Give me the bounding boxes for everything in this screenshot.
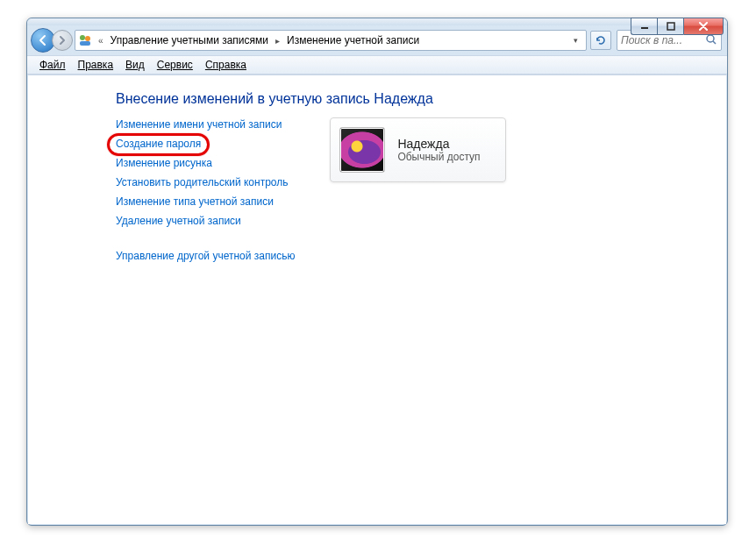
breadcrumb: « Управление учетными записями ▸ Изменен… [96, 32, 423, 48]
menu-edit[interactable]: Правка [73, 57, 119, 73]
menu-help[interactable]: Справка [200, 57, 252, 73]
content-area: Внесение изменений в учетную запись Наде… [28, 74, 726, 524]
account-info: Надежда Обычный доступ [397, 137, 480, 163]
link-change-type[interactable]: Изменение типа учетной записи [116, 195, 274, 209]
page-title: Внесение изменений в учетную запись Наде… [116, 91, 700, 107]
address-bar[interactable]: « Управление учетными записями ▸ Изменен… [75, 30, 587, 51]
account-type: Обычный доступ [397, 151, 480, 163]
search-icon [705, 33, 717, 48]
forward-button[interactable] [52, 30, 73, 51]
minimize-button[interactable] [631, 18, 657, 35]
svg-rect-1 [667, 23, 674, 30]
nav-buttons [31, 28, 73, 53]
avatar [339, 127, 385, 173]
menu-bar: Файл Правка Вид Сервис Справка [27, 55, 727, 74]
control-panel-window: « Управление учетными записями ▸ Изменен… [26, 18, 728, 526]
breadcrumb-prefix: « [96, 36, 105, 46]
task-link-column: Изменение имени учетной записи Создание … [116, 117, 295, 263]
account-card: Надежда Обычный доступ [330, 117, 505, 182]
link-delete-account[interactable]: Удаление учетной записи [116, 214, 241, 228]
user-accounts-icon [77, 32, 93, 48]
svg-point-3 [85, 36, 90, 41]
search-input[interactable] [621, 34, 705, 46]
chevron-right-icon: ▸ [274, 36, 282, 46]
svg-rect-0 [641, 27, 648, 29]
link-change-picture[interactable]: Изменение рисунка [116, 156, 212, 170]
navigation-row: « Управление учетными записями ▸ Изменен… [27, 25, 727, 55]
refresh-button[interactable] [590, 31, 611, 50]
window-controls [631, 18, 724, 35]
svg-point-5 [707, 35, 714, 42]
close-button[interactable] [683, 18, 724, 35]
svg-rect-4 [80, 41, 90, 46]
maximize-button[interactable] [657, 18, 683, 35]
titlebar[interactable] [27, 18, 727, 25]
svg-point-2 [80, 35, 85, 40]
breadcrumb-item-manage[interactable]: Управление учетными записями [107, 32, 272, 48]
link-manage-other[interactable]: Управление другой учетной записью [116, 249, 295, 263]
account-name: Надежда [397, 137, 480, 151]
link-create-password[interactable]: Создание пароля [116, 137, 201, 151]
address-tail: ▾ [571, 33, 584, 47]
link-parental-controls[interactable]: Установить родительский контроль [116, 175, 289, 189]
menu-file[interactable]: Файл [34, 57, 71, 73]
breadcrumb-item-change[interactable]: Изменение учетной записи [283, 32, 423, 48]
address-dropdown[interactable]: ▾ [571, 33, 581, 47]
menu-tools[interactable]: Сервис [152, 57, 198, 73]
menu-view[interactable]: Вид [120, 57, 150, 73]
link-change-name[interactable]: Изменение имени учетной записи [116, 117, 282, 131]
